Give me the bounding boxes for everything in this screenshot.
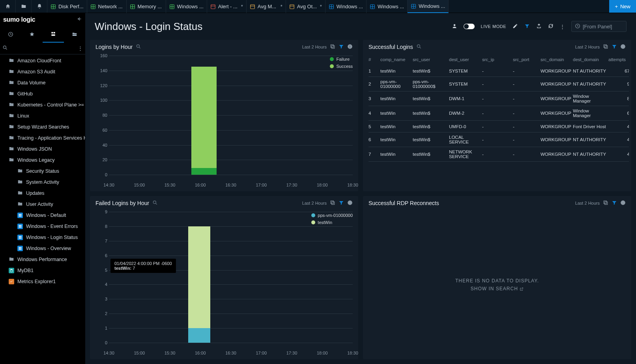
copy-icon[interactable] xyxy=(603,44,608,50)
more-icon[interactable]: ⋮ xyxy=(560,24,565,30)
back-icon[interactable] xyxy=(77,16,82,23)
show-in-search-link[interactable]: SHOW IN SEARCH xyxy=(471,286,524,291)
home-button[interactable] xyxy=(0,0,16,13)
sidebar-item[interactable]: Security Status xyxy=(0,166,85,177)
bell-icon[interactable] xyxy=(32,0,47,13)
info-icon[interactable] xyxy=(620,200,626,207)
cell: - xyxy=(482,124,511,129)
sidebar-item[interactable]: Windows - Overview xyxy=(0,243,85,254)
magnify-icon[interactable] xyxy=(152,200,158,207)
sidebar-item[interactable]: Linux xyxy=(0,110,85,121)
column-header[interactable]: src_user xyxy=(413,57,447,62)
tab[interactable]: Windows ... xyxy=(408,0,449,13)
tab[interactable]: Alert - ...* xyxy=(207,0,247,13)
column-header[interactable]: # xyxy=(369,57,379,62)
panel-title: Successful RDP Reconnects xyxy=(369,200,439,206)
cell: NT AUTHORITY xyxy=(573,82,607,86)
table-row[interactable]: 7testWintestWin$NETWORK SERVICE--WORKGRO… xyxy=(369,147,629,162)
table-row[interactable]: 1testWintestWin$SYSTEM--WORKGROUPNT AUTH… xyxy=(369,65,629,77)
tab[interactable]: Windows ... xyxy=(325,0,367,13)
sidebar-item[interactable]: Updates xyxy=(0,188,85,199)
filter-icon[interactable] xyxy=(612,44,617,50)
svg-text:i: i xyxy=(350,45,350,48)
column-header[interactable]: comp_name xyxy=(380,57,411,62)
sidebar-search-input[interactable] xyxy=(8,45,78,51)
table-row[interactable]: 5testWintestWin$UMFD-0--WORKGROUPFont Dr… xyxy=(369,121,629,133)
copy-icon[interactable] xyxy=(603,200,608,207)
tab[interactable]: Windows ... xyxy=(166,0,207,13)
refresh-icon[interactable] xyxy=(548,23,554,30)
column-header[interactable]: src_port xyxy=(513,57,539,62)
column-header[interactable]: dest_user xyxy=(449,57,481,62)
table-row[interactable]: 4testWintestWin$DWM-2--WORKGROUPWindow M… xyxy=(369,106,629,121)
table-row[interactable]: 6testWintestWin$LOCAL SERVICE--WORKGROUP… xyxy=(369,133,629,147)
sidebar-item[interactable]: Kubernetes - Control Plane >= 1.16 xyxy=(0,99,85,110)
tab[interactable]: Memory ... xyxy=(127,0,166,13)
column-header[interactable]: attempts xyxy=(608,57,629,62)
cell: SYSTEM xyxy=(449,82,481,86)
user-icon[interactable] xyxy=(452,23,457,30)
svg-rect-38 xyxy=(20,236,21,237)
live-mode-toggle[interactable] xyxy=(464,24,475,29)
sidebar-item[interactable]: GitHub xyxy=(0,88,85,99)
sidebar-item[interactable]: Metrics Explorer1 xyxy=(0,276,85,287)
sidebar-item[interactable]: User Activity xyxy=(0,199,85,210)
cell: Window Manager xyxy=(573,108,607,118)
sidebar-item[interactable]: Windows Performance xyxy=(0,254,85,265)
table-row[interactable]: 3testWintestWin$DWM-1--WORKGROUPWindow M… xyxy=(369,91,629,106)
tab[interactable]: Network ... xyxy=(87,0,127,13)
tab-label: Windows ... xyxy=(419,3,445,9)
bar-segment xyxy=(188,226,210,328)
sidebar-tab-library[interactable] xyxy=(43,26,64,43)
svg-rect-49 xyxy=(332,45,335,48)
sidebar-item[interactable]: Amazon S3 Audit xyxy=(0,66,85,77)
table-row[interactable]: 2pps-vm-01000000pps-vm-01000000$SYSTEM--… xyxy=(369,77,629,91)
tab[interactable]: Avg M...* xyxy=(247,0,286,13)
copy-icon[interactable] xyxy=(330,44,335,50)
sidebar-tab-folders[interactable] xyxy=(64,26,85,43)
legend-label: pps-vm-01000000 xyxy=(318,213,353,218)
sidebar-item[interactable]: Windows - Login Status xyxy=(0,232,85,243)
column-header[interactable]: dest_domain xyxy=(573,57,607,62)
column-header[interactable]: src_domain xyxy=(541,57,571,62)
sidebar-item[interactable]: MyDB1 xyxy=(0,265,85,276)
bar[interactable] xyxy=(191,67,217,175)
column-header[interactable]: src_ip xyxy=(482,57,511,62)
tab[interactable]: Disk Perf... xyxy=(47,0,87,13)
sidebar-item[interactable]: System Activity xyxy=(0,177,85,188)
filter-icon[interactable] xyxy=(612,200,617,207)
folder-icon[interactable] xyxy=(16,0,32,13)
bar[interactable] xyxy=(188,226,210,343)
magnify-icon[interactable] xyxy=(416,44,422,50)
filter-icon[interactable] xyxy=(339,44,344,50)
sidebar-item[interactable]: Setup Wizard Searches xyxy=(0,121,85,133)
sidebar-item[interactable]: Data Volume xyxy=(0,77,85,88)
sidebar-item[interactable]: Windows - Event Errors xyxy=(0,221,85,232)
sidebar-more-icon[interactable]: ⋮ xyxy=(78,45,83,51)
tab[interactable]: Avg Ot...* xyxy=(286,0,325,13)
sidebar-item[interactable]: Amazon CloudFront xyxy=(0,55,85,66)
info-icon[interactable]: i xyxy=(347,44,353,50)
edit-icon[interactable] xyxy=(513,23,518,30)
share-icon[interactable] xyxy=(536,23,542,30)
filter-icon[interactable] xyxy=(339,200,344,207)
info-icon[interactable] xyxy=(620,44,626,50)
timerange-input[interactable]: [From Panel] xyxy=(571,21,627,32)
sidebar-item[interactable]: Windows - Default xyxy=(0,210,85,221)
sidebar-tab-recent[interactable] xyxy=(0,26,21,43)
panel-range: Last 2 Hours xyxy=(575,201,600,205)
magnify-icon[interactable] xyxy=(136,44,141,50)
sidebar-item[interactable]: Tracing - Application Services Health xyxy=(0,133,85,144)
dashboard-icon xyxy=(329,4,334,9)
sidebar-item[interactable]: Windows JSON xyxy=(0,144,85,155)
sidebar-item[interactable]: Windows Legacy xyxy=(0,155,85,166)
filter-icon[interactable] xyxy=(524,23,530,30)
sidebar-tab-favorites[interactable] xyxy=(21,26,43,43)
tab[interactable]: Windows ... xyxy=(367,0,408,13)
copy-icon[interactable] xyxy=(330,200,335,207)
info-icon[interactable] xyxy=(347,200,353,207)
new-button[interactable]: + New xyxy=(609,0,636,13)
bar[interactable] xyxy=(191,168,217,175)
svg-point-48 xyxy=(137,45,140,47)
cell: testWin xyxy=(380,111,411,116)
